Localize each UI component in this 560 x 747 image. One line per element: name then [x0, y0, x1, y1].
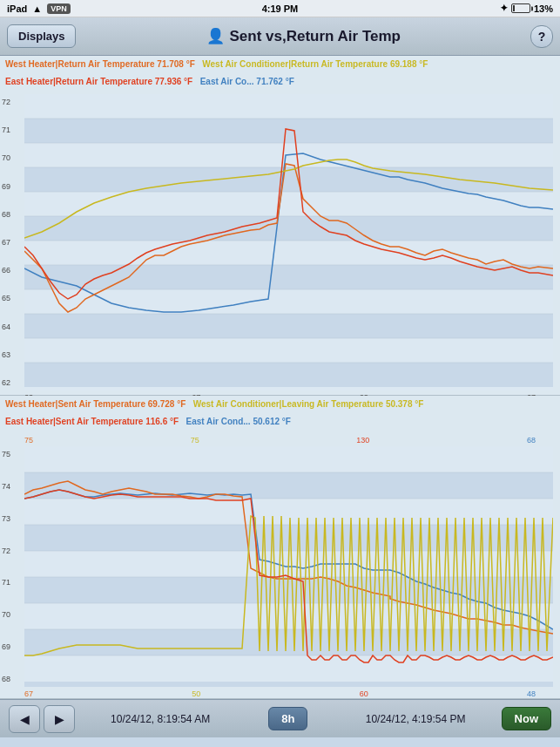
legend-east-ac-leaving: East Air Cond... 50.612 °F: [186, 417, 291, 432]
legend-west-ac-leaving: West Air Conditioner|Leaving Air Tempera…: [193, 399, 424, 415]
legend-west-heater-return: West Heater|Return Air Temperature 71.70…: [5, 59, 195, 75]
legend-east-heater-return: East Heater|Return Air Temperature 77.93…: [5, 77, 192, 92]
play-button[interactable]: ▶: [44, 705, 75, 733]
battery-percent: 13%: [534, 3, 553, 14]
chart1-svg: [24, 94, 553, 390]
legend-east-heater-sent: East Heater|Sent Air Temperature 116.6 °…: [5, 417, 179, 432]
ipad-label: iPad: [7, 3, 27, 14]
help-button[interactable]: ?: [530, 25, 553, 48]
toolbar: ◀ ▶ 10/24/12, 8:19:54 AM 8h 10/24/12, 4:…: [0, 699, 560, 737]
now-button[interactable]: Now: [502, 707, 551, 730]
battery-icon: [511, 3, 530, 13]
chart1-header: West Heater|Return Air Temperature 71.70…: [0, 56, 560, 94]
legend-east-ac-return: East Air Co... 71.762 °F: [200, 77, 294, 92]
playback-controls: ◀ ▶: [9, 705, 75, 733]
person-icon: 👤: [206, 27, 225, 45]
nav-title: 👤 Sent vs,Return Air Temp: [206, 27, 401, 45]
end-time: 10/24/12, 4:19:54 PM: [343, 713, 465, 725]
chart2-bottom-labels: 67 50 60 48: [0, 687, 560, 701]
time-display: 4:19 PM: [262, 3, 299, 14]
start-time: 10/24/12, 8:19:54 AM: [111, 713, 233, 725]
legend-west-ac-return: West Air Conditioner|Return Air Temperat…: [202, 59, 428, 75]
back-button[interactable]: ◀: [9, 705, 40, 733]
chart-return-air-temp: West Heater|Return Air Temperature 71.70…: [0, 56, 560, 396]
vpn-label: VPN: [47, 3, 71, 14]
chart-sent-air-temp: West Heater|Sent Air Temperature 69.728 …: [0, 396, 560, 699]
displays-button[interactable]: Displays: [7, 24, 76, 48]
chart2-y-axis: 7574737271 706968: [0, 446, 24, 687]
chart2-header: West Heater|Sent Air Temperature 69.728 …: [0, 396, 560, 434]
legend-west-heater-sent: West Heater|Sent Air Temperature 69.728 …: [5, 399, 186, 415]
nav-bar: Displays 👤 Sent vs,Return Air Temp ?: [0, 17, 560, 56]
wifi-icon: ▲: [32, 3, 42, 14]
bluetooth-icon: ✦: [500, 3, 508, 14]
status-bar: iPad ▲ VPN 4:19 PM ✦ 13%: [0, 0, 560, 17]
duration-button[interactable]: 8h: [268, 707, 307, 730]
chart2-svg: [24, 446, 553, 687]
chart2-top-labels: 75 75 130 68: [0, 434, 560, 446]
chart1-y-axis: 7271706968 676665646362: [0, 94, 24, 390]
